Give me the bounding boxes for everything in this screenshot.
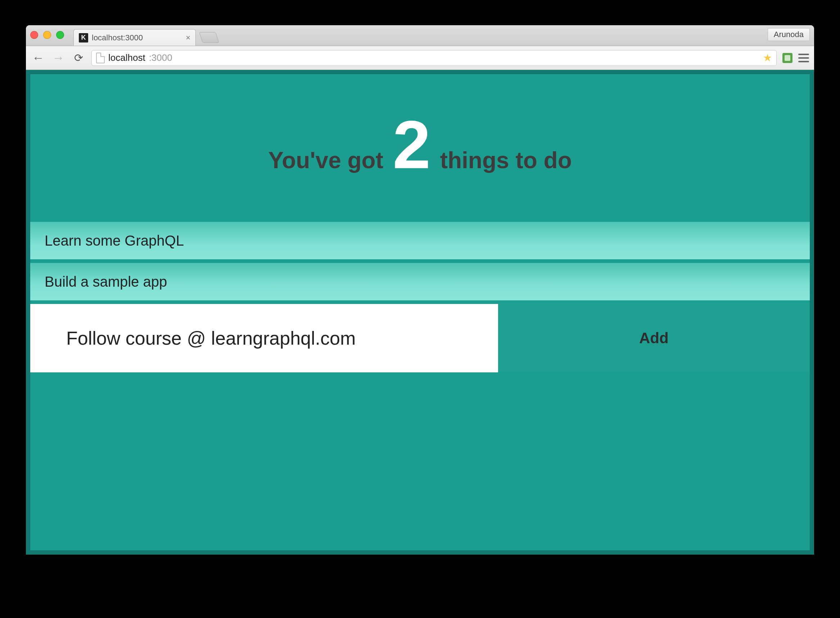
- new-tab-button[interactable]: [199, 32, 219, 43]
- window-zoom-button[interactable]: [56, 31, 64, 39]
- url-host: localhost: [108, 52, 145, 63]
- add-button[interactable]: Add: [498, 304, 810, 372]
- add-todo-row: Add: [30, 304, 810, 372]
- window-close-button[interactable]: [30, 31, 38, 39]
- todo-text: Learn some GraphQL: [44, 233, 184, 249]
- window-minimize-button[interactable]: [43, 31, 51, 39]
- app-header: You've got 2 things to do: [30, 74, 810, 222]
- todo-app: You've got 2 things to do Learn some Gra…: [30, 74, 810, 550]
- reload-button[interactable]: ⟳: [71, 52, 86, 64]
- site-page-icon: [96, 53, 105, 63]
- profile-button[interactable]: Arunoda: [767, 28, 810, 41]
- tab-close-icon[interactable]: ×: [186, 33, 190, 43]
- browser-tab[interactable]: K localhost:3000 ×: [73, 29, 196, 46]
- browser-toolbar: ← → ⟳ localhost:3000 ★: [26, 46, 814, 70]
- todo-list: Learn some GraphQL Build a sample app: [30, 222, 810, 304]
- page-viewport: You've got 2 things to do Learn some Gra…: [26, 70, 814, 555]
- todo-item[interactable]: Build a sample app: [30, 263, 810, 304]
- todo-text: Build a sample app: [44, 274, 167, 290]
- extension-icon[interactable]: [782, 53, 793, 63]
- hamburger-menu-icon[interactable]: [798, 53, 809, 62]
- header-line: You've got 2 things to do: [268, 110, 572, 179]
- header-lead-text: You've got: [268, 147, 383, 174]
- back-button[interactable]: ←: [31, 51, 45, 65]
- browser-window: K localhost:3000 × Arunoda ← → ⟳ localho…: [26, 25, 814, 555]
- todo-item[interactable]: Learn some GraphQL: [30, 222, 810, 263]
- new-todo-input[interactable]: [30, 304, 498, 372]
- tab-title: localhost:3000: [92, 33, 143, 43]
- todo-count: 2: [393, 110, 431, 179]
- bookmark-star-icon[interactable]: ★: [763, 52, 772, 64]
- header-trail-text: things to do: [440, 147, 572, 174]
- forward-button[interactable]: →: [51, 51, 65, 65]
- address-bar[interactable]: localhost:3000 ★: [92, 50, 777, 66]
- tab-bar: K localhost:3000 × Arunoda: [26, 25, 814, 46]
- tab-favicon-icon: K: [79, 33, 88, 43]
- url-port: :3000: [149, 52, 172, 63]
- window-controls: [30, 25, 64, 46]
